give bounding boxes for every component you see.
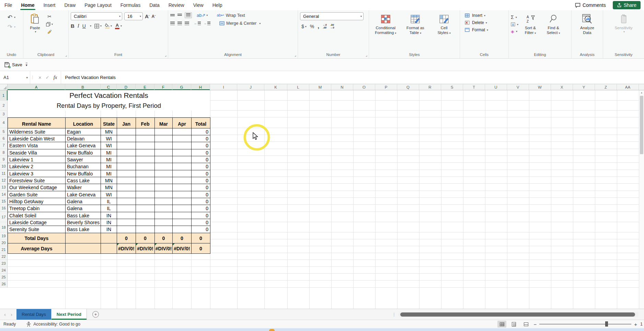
increase-font-size-button[interactable]: Aˆ xyxy=(145,13,150,19)
cell-G13[interactable] xyxy=(173,184,192,191)
cell-G11[interactable] xyxy=(173,170,192,177)
row-header-13[interactable]: 13 xyxy=(0,184,8,191)
cell-D20[interactable]: 0 xyxy=(117,233,136,243)
percent-style-button[interactable]: % xyxy=(310,24,314,29)
column-header-E[interactable]: E xyxy=(136,84,154,90)
row-header-12[interactable]: 12 xyxy=(0,177,8,183)
column-header-B[interactable]: B xyxy=(65,84,101,90)
cell-C19[interactable]: IN xyxy=(101,226,117,233)
next-sheet-icon[interactable]: › xyxy=(11,311,12,317)
menu-insert[interactable]: Insert xyxy=(39,0,60,10)
cell-A8[interactable]: Seaside Villa xyxy=(8,149,66,156)
menu-data[interactable]: Data xyxy=(145,0,164,10)
zoom-slider-thumb[interactable] xyxy=(605,321,608,327)
bottom-align-button[interactable] xyxy=(185,12,192,18)
cell-E15[interactable] xyxy=(136,198,155,205)
column-header-H[interactable]: H xyxy=(191,84,210,90)
number-dialog-launcher-icon[interactable]: ⌟ xyxy=(366,54,367,57)
column-header-Z[interactable]: Z xyxy=(595,84,617,90)
cell-E14[interactable] xyxy=(136,191,155,198)
chevron-down-icon[interactable]: ▾ xyxy=(90,24,91,27)
cell-F8[interactable] xyxy=(155,149,173,156)
middle-align-button[interactable] xyxy=(177,14,182,17)
cell-D8[interactable] xyxy=(117,149,136,156)
cell-D6[interactable] xyxy=(117,135,136,142)
column-header-N[interactable]: N xyxy=(331,84,353,90)
font-color-button[interactable]: A▾ xyxy=(115,23,122,29)
cell-E7[interactable] xyxy=(136,142,155,149)
merge-center-button[interactable]: Merge & Center▾ xyxy=(219,21,261,26)
number-format-select[interactable]: General▾ xyxy=(300,12,364,20)
cell-A15[interactable]: Hilltop GetAway xyxy=(8,198,66,205)
column-header-C[interactable]: C xyxy=(101,84,117,90)
cell-C5[interactable]: MN xyxy=(101,128,117,135)
cell-F19[interactable] xyxy=(155,226,173,233)
cell-D17[interactable] xyxy=(117,212,136,219)
cell-G4[interactable]: Apr xyxy=(173,118,192,128)
menu-file[interactable]: File xyxy=(0,0,17,10)
menu-home[interactable]: Home xyxy=(17,0,39,10)
cell-A14[interactable]: Garden Suite xyxy=(8,191,66,198)
cell-F20[interactable]: 0 xyxy=(155,233,173,243)
format-cells-button[interactable]: Format▾ xyxy=(465,27,506,32)
column-header-J[interactable]: J xyxy=(237,84,264,90)
row-header-15[interactable]: 15 xyxy=(0,198,8,204)
cell-D7[interactable] xyxy=(117,142,136,149)
menu-help[interactable]: Help xyxy=(208,0,227,10)
clipboard-dialog-launcher-icon[interactable]: ⌟ xyxy=(65,54,67,57)
row-header-19[interactable]: 19 xyxy=(0,232,8,239)
decrease-indent-button[interactable]: ← xyxy=(194,22,201,25)
cell-G5[interactable] xyxy=(173,128,192,135)
row-header-18[interactable]: 18 xyxy=(0,222,8,232)
cell-B9[interactable]: Sawyer xyxy=(66,156,101,163)
column-header-F[interactable]: F xyxy=(154,84,172,90)
row-header-24[interactable]: 24 xyxy=(0,267,8,273)
accessibility-status[interactable]: Accessibility: Good to go xyxy=(26,322,80,327)
cancel-entry-icon[interactable]: × xyxy=(38,75,42,80)
cell-C20[interactable] xyxy=(101,233,117,243)
cell-F17[interactable] xyxy=(155,212,173,219)
italic-button[interactable]: I xyxy=(78,23,79,29)
cell-A12[interactable]: Forestview Suite xyxy=(8,177,66,184)
cell-C7[interactable]: WI xyxy=(101,142,117,149)
cell-B20[interactable] xyxy=(66,233,101,243)
cell-G19[interactable] xyxy=(173,226,192,233)
cell-G17[interactable] xyxy=(173,212,192,219)
zoom-percentage[interactable]: 1 xyxy=(640,322,643,327)
cell-D19[interactable] xyxy=(117,226,136,233)
select-all-button[interactable] xyxy=(0,84,8,90)
cell-E10[interactable] xyxy=(136,163,155,170)
column-header-T[interactable]: T xyxy=(463,84,485,90)
vertical-scrollbar-thumb[interactable] xyxy=(640,96,643,154)
cell-D9[interactable] xyxy=(117,156,136,163)
cell-B21[interactable] xyxy=(66,243,101,254)
cell-E6[interactable] xyxy=(136,135,155,142)
cell-G15[interactable] xyxy=(173,198,192,205)
cell-B15[interactable]: Galena xyxy=(66,198,101,205)
column-header-Q[interactable]: Q xyxy=(397,84,419,90)
row-header-22[interactable]: 22 xyxy=(0,253,8,260)
page-break-view-button[interactable] xyxy=(521,321,530,328)
menu-review[interactable]: Review xyxy=(164,0,189,10)
cell-F14[interactable] xyxy=(155,191,173,198)
align-center-button[interactable] xyxy=(177,22,182,25)
cell-C18[interactable]: IN xyxy=(101,219,117,226)
cell-A4[interactable]: Rental Name xyxy=(8,118,66,128)
delete-cells-button[interactable]: Delete▾ xyxy=(465,20,506,25)
save-button[interactable]: ↻ Save xyxy=(4,62,22,68)
cell-D10[interactable] xyxy=(117,163,136,170)
cell-C4[interactable]: State xyxy=(101,118,117,128)
orientation-button[interactable]: ab⇗▾ xyxy=(197,13,208,18)
name-box[interactable]: A1 ▾ xyxy=(0,71,30,84)
cell-B6[interactable]: Delavan xyxy=(66,135,101,142)
cell-D16[interactable] xyxy=(117,205,136,212)
wrap-text-button[interactable]: ab↩Wrap Text xyxy=(217,13,245,18)
menu-draw[interactable]: Draw xyxy=(60,0,80,10)
cell-G12[interactable] xyxy=(173,177,192,184)
column-header-A[interactable]: A xyxy=(8,84,65,90)
tab-scrollbar-divider[interactable]: ⋮ xyxy=(390,312,398,317)
comma-style-button[interactable]: , xyxy=(318,23,319,30)
cell-B8[interactable]: New Buffalo xyxy=(66,149,101,156)
alignment-dialog-launcher-icon[interactable]: ⌟ xyxy=(295,54,296,57)
row-header-23[interactable]: 23 xyxy=(0,260,8,266)
